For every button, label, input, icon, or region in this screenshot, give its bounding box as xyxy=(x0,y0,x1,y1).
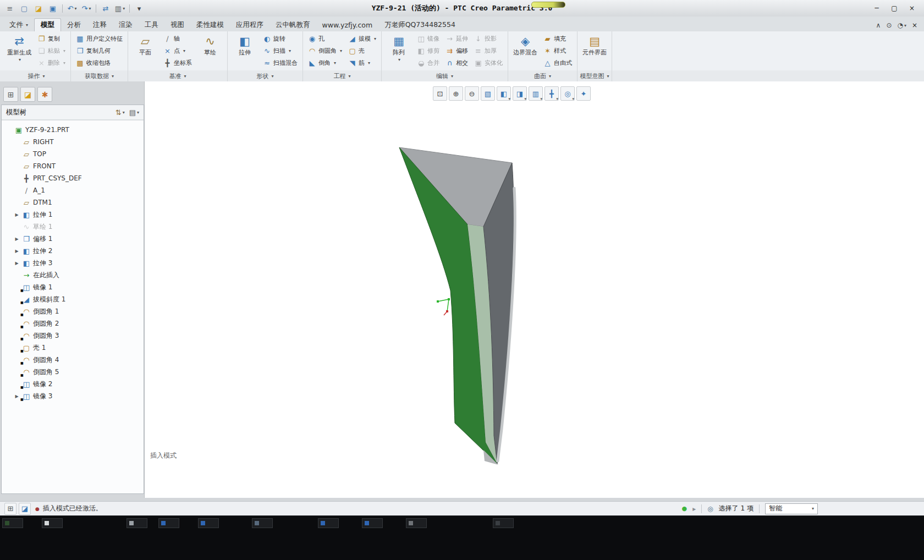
tab-analysis[interactable]: 分析 xyxy=(61,19,87,31)
close-button[interactable]: × xyxy=(905,3,919,13)
merge-button[interactable]: ◒合并 xyxy=(415,57,442,69)
extrude-button[interactable]: ◧拉伸 xyxy=(230,32,259,69)
tab-model[interactable]: 模型 xyxy=(34,18,61,32)
open-button[interactable]: ◪ xyxy=(32,2,45,14)
tree-item[interactable]: ∿草绘 1 xyxy=(2,221,144,233)
browser-toggle-button[interactable]: ◪ xyxy=(19,503,31,515)
project-button[interactable]: ↓投影 xyxy=(472,33,505,45)
refit-button[interactable]: ⊡ xyxy=(433,86,447,101)
tree-item[interactable]: →在此插入 xyxy=(2,269,144,281)
ribbon-group-label-datum[interactable]: 基准▾ xyxy=(128,72,227,81)
maximize-button[interactable]: ▢ xyxy=(888,3,901,13)
udf-button[interactable]: ▦用户定义特征 xyxy=(74,33,125,45)
mirror-button[interactable]: ◫镜像 xyxy=(415,33,442,45)
screen-layout-button[interactable]: ≡ xyxy=(3,2,16,14)
taskbar-item[interactable] xyxy=(362,518,383,528)
tree-item[interactable]: ▱TOP xyxy=(2,148,144,160)
tab-applications[interactable]: 应用程序 xyxy=(230,19,270,31)
sweep-button[interactable]: ∿扫描▾ xyxy=(261,45,300,57)
tree-item[interactable]: ╋PRT_CSYS_DEF xyxy=(2,172,144,184)
tab-view[interactable]: 视图 xyxy=(164,19,190,31)
tree-item[interactable]: ◫■镜像 1 xyxy=(2,281,144,293)
navigator-toggle-button[interactable]: ⊞ xyxy=(4,503,16,515)
delete-button[interactable]: ×删除▾ xyxy=(35,57,68,69)
style-button[interactable]: ✶样式 xyxy=(541,45,574,57)
favorites-button[interactable]: ✱ xyxy=(37,87,52,102)
redo-button[interactable]: ↷▾ xyxy=(80,2,93,14)
pattern-button[interactable]: ▦阵列▾ xyxy=(384,32,413,69)
close-ribbon-button[interactable]: × xyxy=(912,22,917,29)
swept-blend-button[interactable]: ≈扫描混合 xyxy=(261,57,300,69)
extend-button[interactable]: →延伸 xyxy=(443,33,470,45)
tree-item[interactable]: ▱DTM1 xyxy=(2,196,144,208)
customize-quick-access-button[interactable]: ▾ xyxy=(133,2,146,14)
shell-button[interactable]: ▢壳 xyxy=(346,45,378,57)
tab-flexible-modeling[interactable]: 柔性建模 xyxy=(190,19,230,31)
ribbon-group-label-shapes[interactable]: 形状▾ xyxy=(228,72,302,81)
plane-button[interactable]: ▱平面 xyxy=(131,32,160,69)
freestyle-button[interactable]: △自由式 xyxy=(541,57,574,69)
status-display-button[interactable]: ◔▾ xyxy=(897,22,906,29)
tree-item[interactable]: ◫■镜像 2 xyxy=(2,378,144,390)
point-button[interactable]: ×点▾ xyxy=(161,45,194,57)
boundary-blend-button[interactable]: ◈边界混合 xyxy=(511,32,540,69)
taskbar-item[interactable] xyxy=(406,518,427,528)
paste-button[interactable]: ❏粘贴▾ xyxy=(35,45,68,57)
tree-item[interactable]: ◠■倒圆角 4 xyxy=(2,354,144,366)
tree-filters-button[interactable]: ⇅▾ xyxy=(116,109,125,116)
ribbon-group-label-editing[interactable]: 编辑▾ xyxy=(382,72,508,81)
offset-button[interactable]: ⇉偏移 xyxy=(443,45,470,57)
zoom-out-button[interactable]: ⊖ xyxy=(465,86,479,101)
save-button[interactable]: ▣ xyxy=(46,2,59,14)
csys-button[interactable]: ╋坐标系 xyxy=(161,57,194,69)
taskbar-item[interactable] xyxy=(158,518,179,528)
taskbar-item[interactable] xyxy=(252,518,273,528)
round-button[interactable]: ◠倒圆角▾ xyxy=(306,45,344,57)
taskbar-item[interactable] xyxy=(493,518,514,528)
view-utilities-button[interactable]: ✦ xyxy=(576,86,591,101)
component-interface-button[interactable]: ▤元件界面 xyxy=(580,32,609,69)
solidify-button[interactable]: ▣实体化 xyxy=(472,57,505,69)
tree-item[interactable]: ▱FRONT xyxy=(2,160,144,172)
thicken-button[interactable]: ≡加厚 xyxy=(472,45,505,57)
tab-render[interactable]: 渲染 xyxy=(113,19,139,31)
ribbon-group-label-operations[interactable]: 操作▾ xyxy=(2,72,70,81)
tree-item[interactable]: ▶◧拉伸 1 xyxy=(2,208,144,221)
navigator-tree-button[interactable]: ⊞ xyxy=(3,87,18,102)
regenerate-button[interactable]: ⇄重新生成▾ xyxy=(5,32,34,69)
taskbar-item[interactable] xyxy=(127,518,147,528)
ribbon-group-label-get-data[interactable]: 获取数据▾ xyxy=(71,72,128,81)
shrinkwrap-button[interactable]: ▩收缩包络 xyxy=(74,57,125,69)
tree-item[interactable]: ◠■倒圆角 5 xyxy=(2,366,144,378)
tree-item[interactable]: ∕A_1 xyxy=(2,184,144,196)
zoom-in-button[interactable]: ⊕ xyxy=(449,86,463,101)
tree-item[interactable]: ◠■倒圆角 2 xyxy=(2,317,144,330)
annotation-display-button[interactable]: ◎▾ xyxy=(560,86,575,101)
tab-teacher-qq[interactable]: 万老师QQ734482554 xyxy=(378,19,461,31)
shading-style-button[interactable]: ◧▾ xyxy=(497,86,511,101)
undo-button[interactable]: ↶▾ xyxy=(65,2,79,14)
tree-item[interactable]: ▶◧拉伸 2 xyxy=(2,245,144,257)
minimize-button[interactable]: ─ xyxy=(870,3,883,13)
chamfer-button[interactable]: ◣倒角▾ xyxy=(306,57,344,69)
trim-button[interactable]: ◧修剪 xyxy=(415,45,442,57)
taskbar-item[interactable] xyxy=(42,518,63,528)
find-button[interactable]: ◎ xyxy=(707,505,713,513)
tree-item[interactable]: ◠■倒圆角 1 xyxy=(2,305,144,317)
selection-filter-select[interactable]: 智能▾ xyxy=(765,503,818,514)
sketch-button[interactable]: ∿草绘 xyxy=(196,32,224,69)
tree-item[interactable]: ▣YZF-9-21.PRT xyxy=(2,124,144,136)
tree-item[interactable]: ▶◫■镜像 3 xyxy=(2,390,144,402)
axis-button[interactable]: ∕轴 xyxy=(161,33,194,45)
revolve-button[interactable]: ◐旋转 xyxy=(261,33,300,45)
tab-website[interactable]: www.yzfjy.com xyxy=(316,19,379,31)
rib-button[interactable]: ◥筋▾ xyxy=(346,57,378,69)
ribbon-group-label-engineering[interactable]: 工程▾ xyxy=(303,72,381,81)
copy-button[interactable]: ❐复制 xyxy=(35,33,68,45)
tab-file[interactable]: 文件▾ xyxy=(3,19,34,31)
tree-item[interactable]: ◠■倒圆角 3 xyxy=(2,330,144,342)
status-expand-button[interactable]: ▸ xyxy=(692,505,696,513)
datum-display-button[interactable]: ╋▾ xyxy=(544,86,559,101)
ribbon-group-label-model-intent[interactable]: 模型意图▾ xyxy=(578,72,612,81)
draft-button[interactable]: ◢拔模▾ xyxy=(346,33,378,45)
